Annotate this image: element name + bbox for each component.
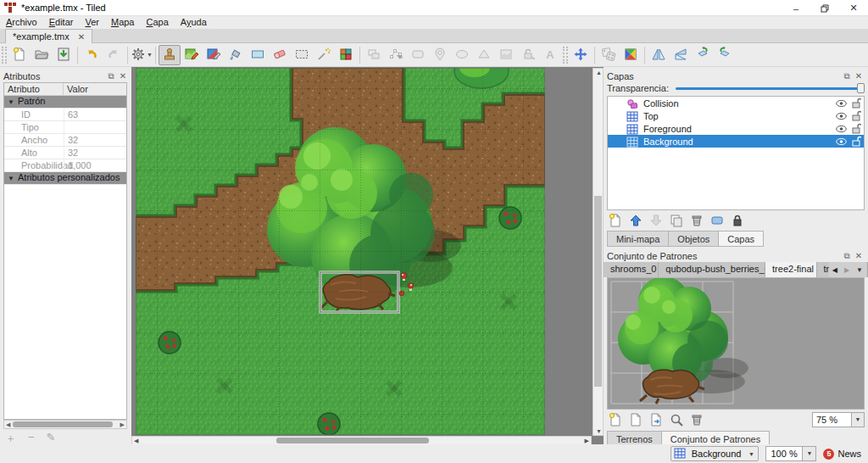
remove-layer-button[interactable] bbox=[688, 213, 705, 228]
close-button[interactable]: ✕ bbox=[839, 0, 868, 16]
close-tab-icon[interactable]: ✕ bbox=[78, 32, 85, 42]
lock-icon[interactable] bbox=[849, 123, 864, 134]
properties-hscrollbar[interactable]: ◀ ▶ bbox=[3, 420, 127, 429]
select-objects-button[interactable] bbox=[363, 45, 385, 65]
property-row-tipo[interactable]: Tipo bbox=[4, 121, 126, 134]
menu-ver[interactable]: Ver bbox=[79, 16, 105, 29]
raise-layer-button[interactable] bbox=[627, 213, 644, 228]
tabs-scroll-left-icon[interactable]: ◀ bbox=[832, 266, 837, 274]
flip-horizontal-button[interactable] bbox=[648, 45, 670, 65]
lock-icon[interactable] bbox=[849, 110, 864, 121]
news-button[interactable]: 5 News bbox=[823, 449, 861, 460]
property-group-patrón[interactable]: ▼Patrón bbox=[4, 96, 126, 109]
map-canvas[interactable] bbox=[136, 68, 545, 435]
close-panel-icon[interactable]: ✕ bbox=[117, 71, 129, 81]
redo-button[interactable] bbox=[103, 45, 125, 65]
dock-tab-objetos[interactable]: Objetos bbox=[669, 231, 719, 247]
duplicate-layer-button[interactable] bbox=[668, 213, 685, 228]
flip-vertical-button[interactable] bbox=[670, 45, 692, 65]
scrollbar-thumb[interactable] bbox=[13, 421, 113, 427]
float-panel-icon[interactable]: ⧉ bbox=[841, 251, 853, 261]
property-row-alto[interactable]: Alto32 bbox=[4, 147, 126, 159]
map-vscrollbar[interactable]: ▲ ▼ bbox=[593, 68, 604, 436]
embed-tileset-button[interactable] bbox=[627, 412, 644, 427]
scroll-right-icon[interactable]: ▶ bbox=[120, 421, 125, 428]
remove-tileset-button[interactable] bbox=[688, 412, 705, 427]
minimize-button[interactable]: – bbox=[782, 0, 810, 16]
scroll-down-icon[interactable]: ▼ bbox=[596, 428, 602, 434]
visibility-eye-icon[interactable] bbox=[833, 99, 849, 108]
shape-fill-button[interactable] bbox=[225, 45, 247, 65]
new-layer-button[interactable] bbox=[607, 213, 624, 228]
tileset-tab[interactable]: tree2-final bbox=[765, 262, 816, 277]
dock-tab-capas[interactable]: Capas bbox=[719, 231, 764, 247]
move-layer-button[interactable] bbox=[570, 45, 592, 65]
save-file-button[interactable] bbox=[53, 45, 75, 65]
layer-row-top[interactable]: Top bbox=[608, 109, 864, 122]
toolbar-drag-handle[interactable] bbox=[563, 47, 568, 64]
insert-text-button[interactable]: A bbox=[539, 45, 561, 65]
lock-icon[interactable] bbox=[849, 136, 864, 147]
select-same-tile-button[interactable] bbox=[335, 45, 357, 65]
scrollbar-thumb[interactable] bbox=[594, 196, 602, 387]
dock-tab-mini-mapa[interactable]: Mini-mapa bbox=[607, 231, 669, 247]
close-panel-icon[interactable]: ✕ bbox=[853, 251, 865, 260]
bucket-fill-button[interactable] bbox=[203, 45, 225, 65]
layer-row-background[interactable]: Background bbox=[608, 135, 864, 148]
menu-capa[interactable]: Capa bbox=[140, 16, 174, 29]
opacity-slider[interactable] bbox=[676, 82, 865, 94]
commands-gear-button[interactable]: ▼ bbox=[131, 45, 153, 65]
insert-point-button[interactable] bbox=[429, 45, 451, 65]
property-row-probabilidad[interactable]: Probabilidad1,000 bbox=[4, 159, 126, 172]
export-tileset-button[interactable] bbox=[648, 412, 665, 427]
collapse-icon[interactable]: ▼ bbox=[4, 96, 18, 108]
float-panel-icon[interactable]: ⧉ bbox=[841, 71, 853, 81]
scroll-left-icon[interactable]: ◀ bbox=[134, 438, 138, 444]
map-viewport[interactable]: ▲ ▼ ◀ ▶ bbox=[131, 67, 604, 444]
toolbar-drag-handle[interactable] bbox=[2, 47, 7, 64]
insert-ellipse-button[interactable] bbox=[451, 45, 473, 65]
insert-polygon-button[interactable] bbox=[473, 45, 495, 65]
menu-mapa[interactable]: Mapa bbox=[105, 16, 141, 29]
visibility-eye-icon[interactable] bbox=[833, 137, 849, 146]
chevron-down-icon[interactable]: ▼ bbox=[851, 413, 864, 427]
layer-row-foreground[interactable]: Foreground bbox=[608, 122, 864, 135]
menu-editar[interactable]: Editar bbox=[43, 16, 80, 29]
lock-layer-button[interactable] bbox=[729, 213, 746, 228]
collapse-icon[interactable]: ▼ bbox=[4, 172, 18, 184]
eraser-button[interactable] bbox=[269, 45, 291, 65]
menu-archivo[interactable]: Archivo bbox=[0, 16, 43, 29]
property-group-atributos-personalizados[interactable]: ▼Atributos personalizados bbox=[4, 172, 126, 185]
visibility-eye-icon[interactable] bbox=[833, 112, 849, 120]
menu-ayuda[interactable]: Ayuda bbox=[175, 16, 213, 29]
restore-button[interactable] bbox=[810, 0, 839, 16]
scroll-up-icon[interactable]: ▲ bbox=[596, 70, 602, 75]
tileset-canvas[interactable] bbox=[608, 278, 864, 409]
insert-rectangle-button[interactable] bbox=[407, 45, 429, 65]
tileset-view[interactable] bbox=[607, 277, 865, 410]
close-panel-icon[interactable]: ✕ bbox=[853, 71, 865, 81]
lower-layer-button[interactable] bbox=[648, 213, 665, 228]
property-row-id[interactable]: ID63 bbox=[4, 109, 126, 121]
float-panel-icon[interactable]: ⧉ bbox=[105, 71, 117, 81]
current-layer-selector[interactable]: Background ▼ bbox=[670, 446, 760, 461]
scrollbar-thumb[interactable] bbox=[276, 438, 429, 443]
document-tab[interactable]: *example.tmx✕ bbox=[5, 29, 92, 43]
scroll-right-icon[interactable]: ▶ bbox=[585, 438, 589, 444]
terrain-brush-button[interactable] bbox=[181, 45, 203, 65]
scroll-left-icon[interactable]: ◀ bbox=[6, 421, 10, 428]
tileset-zoom-combo[interactable]: 75 % ▼ bbox=[812, 412, 865, 427]
edit-tileset-button[interactable] bbox=[668, 412, 685, 427]
magic-wand-button[interactable] bbox=[313, 45, 335, 65]
property-row-ancho[interactable]: Ancho32 bbox=[4, 134, 126, 147]
map-zoom-combo[interactable]: 100 % ▼ bbox=[765, 446, 816, 461]
tabs-scroll-right-icon[interactable]: ▶ bbox=[844, 266, 849, 274]
rectangle-fill-button[interactable] bbox=[247, 45, 269, 65]
highlight-current-layer-button[interactable] bbox=[709, 213, 726, 228]
insert-tile-button[interactable] bbox=[495, 45, 517, 65]
tileset-tab[interactable]: qubodup-bush_berries_0 bbox=[659, 262, 765, 277]
random-mode-dice-button[interactable] bbox=[598, 45, 620, 65]
terrain-fill-mode-button[interactable] bbox=[620, 45, 642, 65]
layer-row-collision[interactable]: Collision bbox=[608, 97, 864, 109]
rectangular-select-button[interactable] bbox=[291, 45, 313, 65]
